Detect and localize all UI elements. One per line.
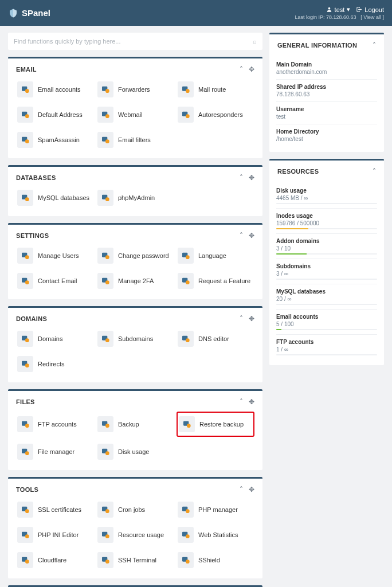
svg-point-16 <box>105 139 109 143</box>
email-item-default-address[interactable]: Default Address <box>16 104 94 125</box>
feature-icon <box>97 444 113 460</box>
drag-icon[interactable]: ✥ <box>249 232 254 240</box>
feature-icon <box>97 331 113 347</box>
domains-item-subdomains[interactable]: Subdomains <box>96 328 174 349</box>
svg-point-48 <box>25 451 29 455</box>
item-label: Domains <box>38 335 62 342</box>
collapse-icon[interactable]: ˄ <box>373 41 376 49</box>
resource-label: Email accounts <box>276 314 377 320</box>
info-value: 78.128.60.63 <box>276 91 377 97</box>
tools-item-sshield[interactable]: SShield <box>177 550 254 570</box>
panel-tools: TOOLS˄✥SSL certificatesCron jobsPHP mana… <box>8 477 262 578</box>
databases-item-mysql-databases[interactable]: MySQL databases <box>16 187 94 208</box>
tools-item-cron-jobs[interactable]: Cron jobs <box>96 499 174 520</box>
item-label: Restore backup <box>199 421 244 428</box>
resource-row: Disk usage4465 MB / ∞ <box>276 183 377 209</box>
item-label: FTP accounts <box>38 421 77 428</box>
settings-item-manage-2fa[interactable]: Manage 2FA <box>96 271 174 291</box>
feature-icon <box>17 416 33 432</box>
search-input[interactable] <box>14 38 253 45</box>
feature-icon <box>97 552 113 568</box>
svg-point-18 <box>25 197 29 201</box>
domains-item-redirects[interactable]: Redirects <box>16 354 94 374</box>
databases-item-phpmyadmin[interactable]: phpMyAdmin <box>96 187 174 208</box>
user-dropdown[interactable]: test ▾ <box>326 6 351 13</box>
svg-point-52 <box>25 509 29 513</box>
email-item-autoresponders[interactable]: Autoresponders <box>177 104 254 125</box>
feature-icon <box>178 81 194 97</box>
panel-title: FILES <box>16 398 35 405</box>
svg-point-10 <box>105 114 109 118</box>
drag-icon[interactable]: ✥ <box>249 398 254 406</box>
domains-item-dns-editor[interactable]: DNS editor <box>177 328 254 349</box>
collapse-icon[interactable]: ˄ <box>240 315 243 323</box>
tools-item-cloudflare[interactable]: Cloudflare <box>16 550 94 570</box>
drag-icon[interactable]: ✥ <box>249 315 254 323</box>
svg-point-40 <box>25 363 29 367</box>
email-item-forwarders[interactable]: Forwarders <box>96 79 174 100</box>
tools-item-php-manager[interactable]: PHP manager <box>177 499 254 520</box>
feature-icon <box>17 502 33 518</box>
feature-icon <box>178 248 194 264</box>
collapse-icon[interactable]: ˄ <box>240 232 243 240</box>
files-item-restore-backup[interactable]: Restore backup <box>177 412 254 437</box>
email-item-webmail[interactable]: Webmail <box>96 104 174 125</box>
resource-label: Addon domains <box>276 238 377 244</box>
view-all-link[interactable]: [ View all ] <box>360 14 384 20</box>
resource-label: Subdomains <box>276 263 377 269</box>
feature-icon <box>97 416 113 432</box>
resource-label: Inodes usage <box>276 213 377 219</box>
drag-icon[interactable]: ✥ <box>249 486 254 494</box>
item-label: Cron jobs <box>118 506 145 513</box>
email-item-mail-route[interactable]: Mail route <box>177 79 254 100</box>
files-item-disk-usage[interactable]: Disk usage <box>96 441 174 462</box>
settings-item-manage-users[interactable]: Manage Users <box>16 245 94 266</box>
svg-point-12 <box>186 114 190 118</box>
item-label: Resource usage <box>118 531 164 538</box>
files-item-ftp-accounts[interactable]: FTP accounts <box>16 412 94 437</box>
tools-item-web-statistics[interactable]: Web Statistics <box>177 525 254 545</box>
search-box[interactable]: ⌕ <box>8 33 262 50</box>
email-item-email-accounts[interactable]: Email accounts <box>16 79 94 100</box>
email-item-email-filters[interactable]: Email filters <box>96 130 174 150</box>
svg-point-6 <box>186 89 190 93</box>
drag-icon[interactable]: ✥ <box>249 65 254 73</box>
collapse-icon[interactable]: ˄ <box>373 167 376 175</box>
feature-icon <box>17 190 33 206</box>
collapse-icon[interactable]: ˄ <box>240 398 243 406</box>
files-item-file-manager[interactable]: File manager <box>16 441 94 462</box>
feature-icon <box>178 527 194 543</box>
item-label: PHP manager <box>198 506 238 513</box>
domains-item-domains[interactable]: Domains <box>16 328 94 349</box>
settings-item-contact-email[interactable]: Contact Email <box>16 271 94 291</box>
collapse-icon[interactable]: ˄ <box>240 174 243 182</box>
settings-item-change-password[interactable]: Change password <box>96 245 174 266</box>
files-item-backup[interactable]: Backup <box>96 412 174 437</box>
logout-button[interactable]: Logout <box>356 6 384 13</box>
svg-point-46 <box>187 424 191 428</box>
collapse-icon[interactable]: ˄ <box>240 486 243 494</box>
item-label: Manage 2FA <box>118 277 154 284</box>
svg-point-34 <box>25 338 29 342</box>
info-label: Shared IP address <box>276 84 377 90</box>
tools-item-php-ini-editor[interactable]: PHP INI Editor <box>16 525 94 545</box>
item-label: Manage Users <box>38 252 79 259</box>
resource-value: 20 / ∞ <box>276 296 377 302</box>
svg-point-32 <box>186 280 190 284</box>
settings-item-language[interactable]: Language <box>177 245 254 266</box>
header: SPanel test ▾ Logout Last login IP: 78.1… <box>0 0 392 26</box>
svg-point-28 <box>25 280 29 284</box>
tools-item-resource-usage[interactable]: Resource usage <box>96 525 174 545</box>
resource-label: MySQL databases <box>276 288 377 295</box>
svg-point-30 <box>105 280 109 284</box>
collapse-icon[interactable]: ˄ <box>240 65 243 73</box>
drag-icon[interactable]: ✥ <box>249 174 254 182</box>
settings-item-request-a-feature[interactable]: Request a Feature <box>177 271 254 291</box>
email-item-spamassassin[interactable]: SpamAssassin <box>16 130 94 150</box>
svg-point-20 <box>105 197 109 201</box>
svg-point-0 <box>328 7 330 10</box>
brand[interactable]: SPanel <box>8 8 50 18</box>
tools-item-ssh-terminal[interactable]: SSH Terminal <box>96 550 174 570</box>
tools-item-ssl-certificates[interactable]: SSL certificates <box>16 499 94 520</box>
svg-point-2 <box>25 89 29 93</box>
